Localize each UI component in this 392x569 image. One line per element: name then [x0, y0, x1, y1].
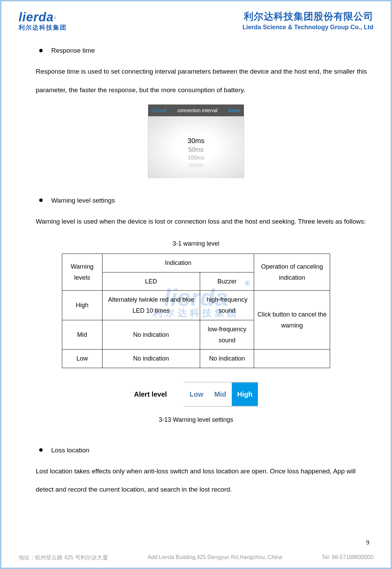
table-header: Indication — [102, 254, 254, 272]
bullet-icon — [39, 49, 43, 52]
section-title-text: Response time — [51, 42, 95, 59]
trademark-icon: ® — [54, 16, 56, 20]
alert-level-buttons: Low Mid High — [184, 382, 258, 407]
company-name-cn: 利尔达科技集团股份有限公司 — [242, 10, 373, 23]
picker-option[interactable]: 200ms — [189, 162, 203, 169]
section-title-text: Loss location — [51, 442, 89, 459]
section-title-response-time: Response time — [39, 42, 370, 59]
footer-address-en: Add:Lierda Building,425 Dengyun Rd,Hangz… — [148, 554, 282, 561]
table-cell: low-frequency sound — [200, 320, 254, 350]
connection-interval-screenshot: Cancel connection interval Done 30ms 50m… — [148, 104, 244, 178]
picker-header: Cancel connection interval Done — [148, 105, 244, 116]
warning-level-paragraph: Warning level is used when the device is… — [22, 212, 370, 230]
bullet-icon — [39, 198, 43, 202]
picker-body[interactable]: 30ms 50ms 100ms 200ms — [148, 116, 244, 178]
table-cell: Click button to cancel the warning — [254, 290, 330, 350]
page-footer: 地址：杭州登云路 425 号利尔达大厦 Add:Lierda Building,… — [19, 554, 373, 561]
logo-block: lierda® 利尔达科技集团 — [19, 10, 67, 32]
company-name-block: 利尔达科技集团股份有限公司 Lierda Science & Technolog… — [242, 10, 373, 31]
picker-option[interactable]: 100ms — [188, 154, 204, 162]
figure-caption: 3-13 Warning level settings — [22, 412, 370, 428]
table-header: LED — [102, 272, 200, 290]
table-wrapper: ® lierda 利尔达科技集团 3-1 warning level Warni… — [22, 236, 370, 368]
warning-level-table: Warning levels Indication Operation of c… — [62, 254, 330, 368]
main-content: Response time Response time is used to s… — [19, 42, 373, 498]
alert-level-label: Alert level — [134, 385, 167, 403]
alert-low-button[interactable]: Low — [184, 383, 209, 406]
section-title-warning-level: Warning level settings — [39, 192, 370, 209]
footer-tel: Tel: 86-57188800000 — [322, 554, 373, 561]
picker-option[interactable]: 30ms — [188, 136, 205, 146]
table-cell: Alternately twinkle red and blue LED 10 … — [102, 290, 200, 320]
table-cell: No indication — [200, 350, 254, 368]
bullet-icon — [39, 448, 43, 452]
table-cell: No indication — [102, 320, 200, 350]
table-cell: Low — [62, 350, 102, 368]
logo-subtitle: 利尔达科技集团 — [19, 23, 67, 32]
table-cell — [254, 350, 330, 368]
table-caption: 3-1 warning level — [22, 236, 370, 252]
table-cell: No indication — [102, 350, 200, 368]
alert-high-button[interactable]: High — [232, 383, 258, 406]
table-header: Warning levels — [62, 254, 102, 291]
picker-option[interactable]: 50ms — [188, 146, 204, 154]
alert-level-selector: Alert level Low Mid High — [22, 382, 370, 407]
company-name-en: Lierda Science & Technology Group Co., L… — [242, 24, 373, 31]
alert-mid-button[interactable]: Mid — [209, 383, 231, 406]
page-number: 9 — [366, 539, 369, 546]
page-header: lierda® 利尔达科技集团 利尔达科技集团股份有限公司 Lierda Sci… — [19, 10, 373, 32]
table-cell: high-frequency sound — [200, 290, 254, 320]
table-header: Buzzer — [200, 272, 254, 290]
cancel-button[interactable]: Cancel — [152, 104, 167, 117]
section-title-loss-location: Loss location — [39, 442, 370, 459]
footer-address-cn: 地址：杭州登云路 425 号利尔达大厦 — [19, 554, 108, 561]
picker-title: connection interval — [177, 104, 218, 117]
done-button[interactable]: Done — [228, 104, 240, 117]
loss-location-paragraph: Lost location takes effects only when an… — [22, 462, 370, 498]
response-time-paragraph: Response time is used to set connecting … — [22, 62, 370, 99]
table-cell: High — [62, 290, 102, 320]
table-cell: Mid — [62, 320, 102, 350]
table-header: Operation of canceling indication — [254, 254, 330, 291]
logo-text: lierda — [19, 10, 54, 24]
section-title-text: Warning level settings — [51, 192, 115, 209]
